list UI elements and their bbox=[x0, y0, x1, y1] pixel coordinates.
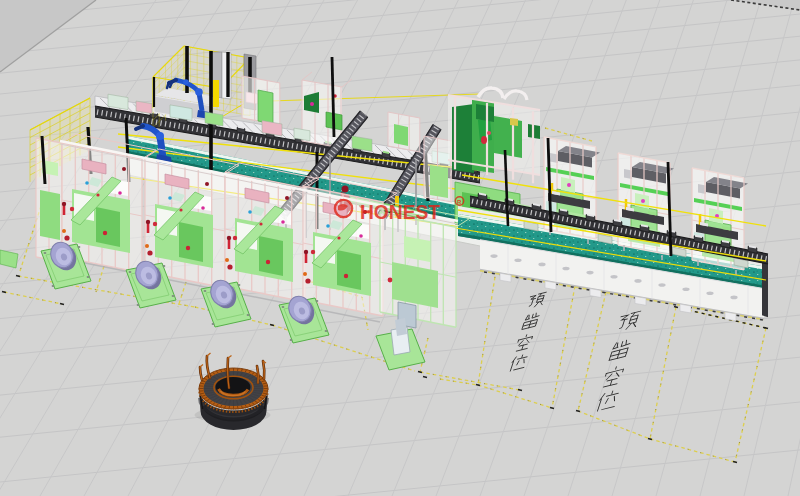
svg-text:HONEST: HONEST bbox=[360, 200, 440, 223]
svg-text:R: R bbox=[457, 199, 462, 205]
